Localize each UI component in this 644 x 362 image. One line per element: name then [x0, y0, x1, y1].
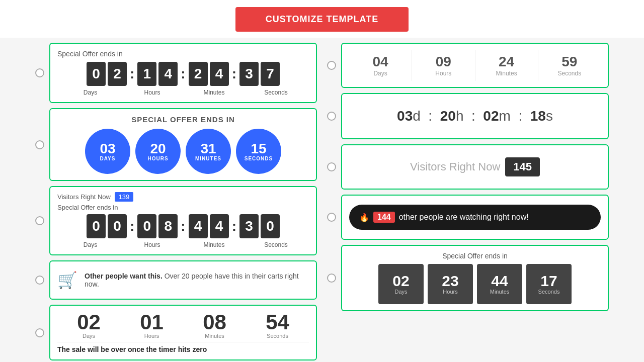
- r2-seconds: 18: [530, 108, 546, 124]
- radio-1[interactable]: [35, 68, 44, 77]
- r1-days-num: 04: [349, 54, 412, 70]
- dark-box-seconds: 17 Seconds: [526, 264, 572, 304]
- r1-days-lbl: Days: [349, 70, 412, 77]
- circle-days-num: 03: [100, 142, 115, 156]
- circle-days-lbl: DAYS: [100, 156, 116, 161]
- r1-days: 04 Days: [349, 50, 412, 81]
- widget-r3-visitors: Visitors Right Now 145: [341, 144, 609, 190]
- d2-0: 0: [87, 214, 106, 238]
- digit-7: 7: [261, 62, 280, 86]
- flip-clock-digits: 0 2 : 1 4 : 2 4 : 3 7: [57, 62, 309, 86]
- lbl2-minutes: Minutes: [194, 241, 234, 248]
- c2-3: :: [232, 218, 236, 234]
- circle-seconds-num: 15: [251, 142, 266, 156]
- radio-4[interactable]: [35, 276, 44, 285]
- flip-labels: Days Hours Minutes Seconds: [57, 89, 309, 96]
- sale-message: The sale will be over once the timer hit…: [57, 342, 309, 353]
- widget-row-r4: 🔥 144 other people are watching right no…: [327, 195, 609, 240]
- widget-r4-fire: 🔥 144 other people are watching right no…: [341, 195, 609, 240]
- d2-5: 4: [210, 214, 229, 238]
- fire-text: other people are watching right now!: [399, 213, 529, 222]
- dark-days-num: 02: [392, 274, 409, 289]
- circle-hours: 20 HOURS: [135, 129, 181, 174]
- digit-1: 2: [108, 62, 127, 86]
- plain-seconds-lbl: Seconds: [266, 333, 289, 339]
- r3-label: Visitors Right Now: [410, 160, 500, 173]
- circle-hours-lbl: HOURS: [147, 156, 168, 161]
- r2-minutes: 02: [483, 108, 499, 124]
- dark-hours-lbl: Hours: [443, 289, 457, 295]
- r1-hours-lbl: Hours: [412, 70, 474, 77]
- widget-row-r1: 04 Days 09 Hours 24 Minutes 59 Seconds: [327, 43, 609, 88]
- r1-minutes-lbl: Minutes: [475, 70, 538, 77]
- r1-seconds-num: 59: [538, 54, 601, 70]
- plain-timer: 02 Days 01 Hours 08 Minutes 54 Seconds: [57, 312, 309, 339]
- right-column: 04 Days 09 Hours 24 Minutes 59 Seconds: [322, 43, 614, 360]
- r1-hours: 09 Hours: [412, 50, 475, 81]
- plain-seconds-num: 54: [266, 312, 289, 333]
- dark-minutes-num: 44: [491, 274, 508, 289]
- widget-row-3: Visitors Right Now 139 Special Offer end…: [35, 186, 317, 255]
- w3-visitors-label: Visitors Right Now 139: [57, 193, 309, 201]
- plain-days: 02 Days: [77, 312, 101, 339]
- plain-days-num: 02: [77, 312, 101, 333]
- radio-2[interactable]: [35, 140, 44, 149]
- circle-minutes: 31 MINUTES: [186, 129, 231, 174]
- circle-minutes-num: 31: [200, 142, 216, 156]
- colon-1: :: [130, 66, 134, 82]
- widget-row-2: SPECIAL OFFER ENDS IN 03 DAYS 20 HOURS 3…: [35, 108, 317, 181]
- radio-r2[interactable]: [327, 112, 336, 121]
- plain-hours: 01 Hours: [140, 312, 164, 339]
- d2-6: 3: [239, 214, 259, 238]
- d2-7: 0: [261, 214, 280, 238]
- dark-box-hours: 23 Hours: [428, 264, 473, 304]
- plain-seconds: 54 Seconds: [266, 312, 289, 339]
- d2-3: 8: [158, 214, 178, 238]
- radio-5[interactable]: [35, 328, 44, 337]
- w3-subtitle: Special Offer ends in: [57, 204, 309, 211]
- label-minutes: Minutes: [194, 89, 234, 96]
- circle-minutes-lbl: MINUTES: [195, 156, 221, 161]
- r3-badge: 145: [505, 157, 540, 176]
- w2-title: SPECIAL OFFER ENDS IN: [57, 115, 309, 124]
- widget-flip-clock: Special Offer ends in 0 2 : 1 4 : 2 4 : …: [49, 43, 317, 103]
- main-content: Special Offer ends in 0 2 : 1 4 : 2 4 : …: [0, 38, 644, 362]
- cart-content: 🛒 Other people want this. Over 20 people…: [57, 267, 309, 293]
- digit-6: 3: [239, 62, 259, 86]
- r2-days: 03: [397, 108, 413, 124]
- circle-days: 03 DAYS: [85, 129, 130, 174]
- flip-clock-2-digits: 0 0 : 0 8 : 4 4 : 3 0: [57, 214, 309, 238]
- dark-seconds-lbl: Seconds: [538, 289, 560, 295]
- radio-r3[interactable]: [327, 162, 336, 171]
- r2-s-label: s: [546, 108, 553, 124]
- left-column: Special Offer ends in 0 2 : 1 4 : 2 4 : …: [30, 43, 322, 360]
- circle-seconds: 15 SECONDS: [236, 129, 281, 174]
- dark-boxes-row: 02 Days 23 Hours 44 Minutes 17 Seconds: [349, 264, 601, 304]
- radio-r4[interactable]: [327, 213, 336, 222]
- digit-3: 4: [158, 62, 178, 86]
- digit-2: 1: [137, 62, 156, 86]
- r2-text: 03d : 20h : 02m : 18s: [349, 100, 601, 132]
- plain-minutes-num: 08: [203, 312, 226, 333]
- r3-content: Visitors Right Now 145: [349, 151, 601, 183]
- d2-1: 0: [108, 214, 127, 238]
- colon-2: :: [181, 66, 185, 82]
- header: CUSTOMIZE TEMPLATE: [0, 0, 644, 38]
- lbl2-hours: Hours: [132, 241, 173, 248]
- radio-r1[interactable]: [327, 61, 336, 70]
- widget-row-r2: 03d : 20h : 02m : 18s: [327, 93, 609, 139]
- widget-visitors-flip: Visitors Right Now 139 Special Offer end…: [49, 186, 317, 255]
- r2-hours: 20: [440, 108, 456, 124]
- fire-emoji: 🔥: [359, 213, 369, 222]
- plain-minutes-lbl: Minutes: [203, 333, 226, 339]
- dark-hours-num: 23: [442, 274, 458, 289]
- r1-seconds: 59 Seconds: [538, 50, 601, 81]
- widget-r1-grid: 04 Days 09 Hours 24 Minutes 59 Seconds: [341, 43, 609, 88]
- radio-3[interactable]: [35, 216, 44, 225]
- plain-hours-num: 01: [140, 312, 164, 333]
- radio-r5[interactable]: [327, 274, 336, 283]
- widget-plain-numbers: 02 Days 01 Hours 08 Minutes 54 Seconds: [49, 305, 317, 360]
- dark-minutes-lbl: Minutes: [490, 289, 510, 295]
- visitors-text: Visitors Right Now: [57, 193, 111, 201]
- customize-button[interactable]: CUSTOMIZE TEMPLATE: [235, 7, 409, 32]
